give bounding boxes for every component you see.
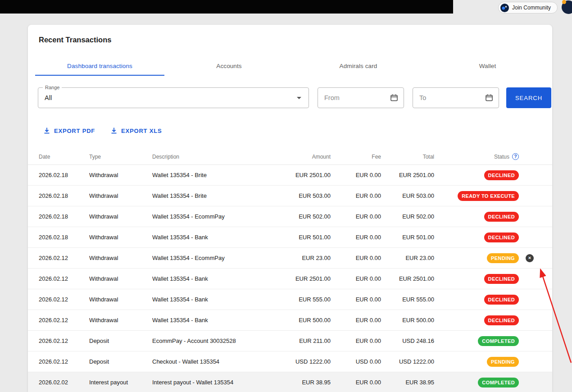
cell-total: EUR 503.00 (381, 192, 434, 199)
header-fee: Fee (331, 154, 381, 160)
download-icon (43, 127, 50, 134)
cell-date: 2026.02.18 (39, 234, 89, 241)
export-pdf-button[interactable]: EXPORT PDF (43, 127, 95, 134)
cell-date: 2026.02.12 (39, 337, 89, 344)
user-avatar[interactable] (562, 0, 572, 14)
table-row: 2026.02.18 Withdrawal Wallet 135354 - Br… (28, 165, 552, 186)
cell-status: PENDING (434, 357, 519, 367)
recent-transactions-panel: Recent Transactions Dashboard transactio… (28, 25, 552, 392)
calendar-icon[interactable] (485, 94, 493, 102)
cell-status: DECLINED (434, 232, 519, 242)
cell-amount: USD 1222.00 (278, 358, 331, 365)
chevron-down-icon (297, 97, 301, 99)
table-row: 2026.02.18 Withdrawal Wallet 135354 - Ba… (28, 227, 552, 248)
cell-amount: EUR 500.00 (278, 317, 331, 324)
date-from-field[interactable] (318, 87, 404, 108)
range-select-value: All (38, 94, 297, 101)
cell-description: Wallet 135354 - Brite (152, 192, 278, 199)
table-row: 2026.02.12 Deposit Checkout - Wallet 135… (28, 351, 552, 372)
cell-description: EcommPay - Account 30032528 (152, 337, 278, 344)
cell-description: Wallet 135354 - Bank (152, 275, 278, 282)
tab-accounts[interactable]: Accounts (164, 57, 294, 76)
cell-fee: EUR 0.00 (331, 275, 381, 282)
tab-admirals-card[interactable]: Admirals card (294, 57, 423, 76)
status-badge: PENDING (487, 253, 519, 263)
cell-status: DECLINED (434, 295, 519, 305)
range-select[interactable]: Range All (38, 87, 309, 108)
join-community-button[interactable]: Join Community (498, 2, 558, 14)
cell-date: 2026.02.12 (39, 296, 89, 303)
cell-date: 2026.02.18 (39, 172, 89, 178)
cell-amount: EUR 23.00 (278, 255, 331, 261)
download-icon (110, 127, 118, 134)
cell-type: Withdrawal (89, 296, 152, 303)
tab-wallet[interactable]: Wallet (423, 57, 552, 76)
cell-fee: EUR 0.00 (331, 192, 381, 199)
cell-description: Wallet 135354 - EcommPay (152, 213, 278, 220)
cell-action: × (519, 378, 540, 387)
date-to-input[interactable] (413, 94, 485, 101)
cell-action: × (519, 171, 540, 179)
status-help-icon[interactable]: ? (512, 153, 519, 160)
cell-description: Wallet 135354 - Brite (152, 172, 278, 178)
cell-date: 2026.02.12 (39, 255, 89, 261)
header-status-label: Status (494, 154, 509, 160)
table-row: 2026.02.12 Withdrawal Wallet 135354 - Ba… (28, 269, 552, 289)
status-badge: COMPLETED (478, 378, 519, 387)
cell-status: COMPLETED (434, 336, 519, 346)
table-header: Date Type Description Amount Fee Total S… (28, 149, 552, 165)
header-type: Type (89, 154, 152, 160)
status-badge: COMPLETED (478, 336, 519, 346)
cell-total: EUR 2501.00 (381, 172, 434, 178)
date-from-input[interactable] (318, 94, 390, 101)
cell-action: × (519, 337, 540, 345)
cell-type: Withdrawal (89, 275, 152, 282)
cell-status: COMPLETED (434, 378, 519, 387)
cell-type: Withdrawal (89, 317, 152, 324)
cell-amount: EUR 38.95 (278, 379, 331, 386)
cell-action: × (519, 192, 540, 200)
search-button[interactable]: SEARCH (506, 87, 551, 108)
tab-dashboard-transactions[interactable]: Dashboard transactions (35, 57, 164, 76)
cell-date: 2026.02.12 (39, 275, 89, 282)
cell-action: × (519, 213, 540, 221)
table-row: 2026.02.12 Withdrawal Wallet 135354 - Ba… (28, 289, 552, 310)
cell-action: × (519, 296, 540, 304)
header-total: Total (381, 154, 434, 160)
cell-date: 2026.02.18 (39, 213, 89, 220)
table-row: 2026.02.12 Withdrawal Wallet 135354 - Ba… (28, 310, 552, 331)
cell-type: Withdrawal (89, 234, 152, 241)
cancel-transaction-button[interactable]: × (526, 254, 534, 262)
cell-status: DECLINED (434, 315, 519, 325)
export-xls-button[interactable]: EXPORT XLS (110, 127, 162, 134)
transactions-table: Date Type Description Amount Fee Total S… (28, 149, 552, 392)
filter-bar: Range All (28, 87, 552, 108)
table-row: 2026.02.12 Deposit EcommPay - Account 30… (28, 331, 552, 351)
calendar-icon[interactable] (390, 94, 398, 102)
table-body: 2026.02.18 Withdrawal Wallet 135354 - Br… (28, 165, 552, 392)
cell-total: EUR 502.00 (381, 213, 434, 220)
cell-type: Interest payout (89, 379, 152, 386)
header-status: Status ? (434, 153, 519, 160)
cell-type: Withdrawal (89, 255, 152, 261)
cell-description: Interest payout - Wallet 135354 (152, 379, 278, 386)
cell-fee: EUR 0.00 (331, 172, 381, 178)
cell-date: 2026.02.12 (39, 358, 89, 365)
cell-total: EUR 38.95 (381, 379, 434, 386)
cell-total: EUR 2501.00 (381, 275, 434, 282)
cell-amount: EUR 2501.00 (278, 275, 331, 282)
cell-fee: EUR 0.00 (331, 213, 381, 220)
top-dark-strip (0, 0, 453, 14)
cell-amount: EUR 2501.00 (278, 172, 331, 178)
date-to-field[interactable] (413, 87, 499, 108)
cell-total: EUR 23.00 (381, 255, 434, 261)
cell-description: Checkout - Wallet 135354 (152, 358, 278, 365)
cell-total: USD 248.16 (381, 337, 434, 344)
join-community-label: Join Community (512, 5, 551, 11)
status-badge: DECLINED (484, 212, 519, 222)
cell-amount: EUR 503.00 (278, 192, 331, 199)
cell-type: Withdrawal (89, 172, 152, 178)
cell-type: Deposit (89, 358, 152, 365)
status-badge: DECLINED (484, 315, 519, 325)
cell-total: USD 1222.00 (381, 358, 434, 365)
